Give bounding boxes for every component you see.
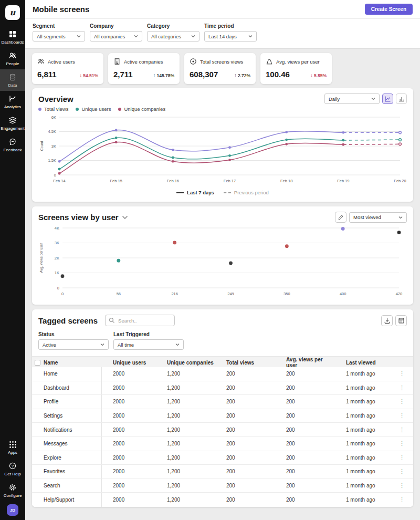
tagged-screens-title: Tagged screens bbox=[38, 316, 98, 325]
sidebar-item-label: Feedback bbox=[3, 148, 22, 152]
bar-chart-toggle[interactable] bbox=[396, 93, 407, 104]
cell-value: 200 bbox=[215, 413, 275, 419]
row-menu-button[interactable]: ⋮ bbox=[393, 413, 413, 419]
cell-value: 200 bbox=[275, 469, 335, 474]
delta-percent: 54.51% bbox=[83, 73, 98, 78]
edit-button[interactable] bbox=[335, 212, 346, 223]
sidebar-item-label: Analytics bbox=[4, 105, 21, 109]
svg-text:Feb 19: Feb 19 bbox=[337, 179, 349, 183]
cell-name: Home bbox=[44, 367, 102, 381]
row-menu-button[interactable]: ⋮ bbox=[393, 441, 413, 446]
views-icon bbox=[190, 58, 197, 65]
svg-text:420: 420 bbox=[396, 292, 403, 296]
sidebar-item-label: Apps bbox=[8, 450, 17, 455]
column-header-unique-users[interactable]: Unique users bbox=[102, 360, 156, 366]
sidebar-item-label: Get Help bbox=[4, 472, 21, 476]
select-value: Active bbox=[43, 342, 56, 348]
row-menu-button[interactable]: ⋮ bbox=[393, 371, 413, 377]
users-icon bbox=[37, 58, 45, 65]
sidebar-item-configure[interactable]: Configure bbox=[0, 480, 25, 501]
sidebar-item-label: Configure bbox=[4, 493, 22, 498]
filter-segment: Segment All segments bbox=[33, 23, 85, 41]
row-menu-button[interactable]: ⋮ bbox=[393, 483, 413, 488]
row-menu-button[interactable]: ⋮ bbox=[393, 399, 413, 404]
sidebar-item-label: People bbox=[6, 61, 19, 66]
user-avatar[interactable]: JD bbox=[7, 504, 18, 516]
chevron-down-icon[interactable] bbox=[122, 215, 128, 220]
sidebar-item-analytics[interactable]: Analytics bbox=[0, 91, 25, 112]
column-header-name[interactable]: Name bbox=[44, 360, 102, 366]
analytics-icon bbox=[8, 95, 17, 103]
sidebar-item-engagement[interactable]: Engagement bbox=[0, 112, 25, 134]
svg-text:2K: 2K bbox=[55, 256, 59, 261]
svg-text:6K: 6K bbox=[51, 115, 56, 120]
column-header-avg-views[interactable]: Avg. views per user bbox=[275, 357, 335, 368]
download-icon bbox=[384, 317, 391, 324]
table-row[interactable]: Favorites20001,2002002001 month ago⋮ bbox=[32, 465, 413, 479]
logo-letter: u bbox=[10, 8, 16, 17]
category-select[interactable]: All categories bbox=[147, 31, 200, 41]
columns-button[interactable] bbox=[395, 315, 407, 326]
download-button[interactable] bbox=[381, 315, 393, 326]
select-value: All categories bbox=[151, 34, 181, 39]
app-logo[interactable]: u bbox=[5, 5, 20, 20]
table-row[interactable]: Home20001,2002002001 month ago⋮ bbox=[32, 367, 413, 381]
row-menu-button[interactable]: ⋮ bbox=[393, 455, 413, 461]
chevron-down-icon bbox=[248, 35, 253, 38]
filter-company: Company All companies bbox=[90, 23, 142, 41]
sidebar-item-dashboards[interactable]: Dashboards bbox=[0, 26, 25, 48]
row-menu-button[interactable]: ⋮ bbox=[393, 427, 413, 433]
table-row[interactable]: Search20001,2002002001 month ago⋮ bbox=[32, 479, 413, 493]
data-icon bbox=[8, 73, 17, 81]
svg-text:1K: 1K bbox=[55, 271, 59, 275]
segment-select[interactable]: All segments bbox=[33, 31, 85, 41]
table-row[interactable]: Profile20001,2002002001 month ago⋮ bbox=[32, 395, 413, 409]
table-row[interactable]: Messages20001,2002002001 month ago⋮ bbox=[32, 437, 413, 451]
sidebar-item-get-help[interactable]: ? Get Help bbox=[0, 458, 25, 480]
main-area: Mobile screens Create Screen Segment All… bbox=[25, 0, 420, 520]
sidebar-item-apps[interactable]: Apps bbox=[0, 437, 25, 458]
sidebar: u Dashboards People bbox=[0, 0, 25, 520]
interval-select[interactable]: Daily bbox=[324, 93, 380, 104]
select-value: Most viewed bbox=[353, 214, 381, 220]
delta-arrow-icon: ↓ bbox=[310, 72, 313, 78]
column-header-last-viewed[interactable]: Last viewed bbox=[335, 360, 393, 366]
kpi-value: 2,711 bbox=[113, 70, 133, 79]
row-menu-button[interactable]: ⋮ bbox=[393, 497, 413, 503]
row-menu-button[interactable]: ⋮ bbox=[393, 385, 413, 391]
line-chart-toggle[interactable] bbox=[382, 93, 393, 104]
cell-value: 2000 bbox=[102, 469, 156, 474]
cell-value: 200 bbox=[275, 413, 335, 419]
sidebar-item-people[interactable]: People bbox=[0, 48, 25, 69]
cell-name: Favorites bbox=[44, 465, 102, 479]
legend-dot-icon bbox=[118, 108, 121, 111]
select-all-checkbox[interactable] bbox=[35, 360, 40, 366]
create-screen-button[interactable]: Create Screen bbox=[365, 4, 413, 15]
kpi-label: Active users bbox=[48, 59, 75, 65]
table-row[interactable]: Dashboard20001,2002002001 month ago⋮ bbox=[32, 381, 413, 396]
cell-value: 1,200 bbox=[156, 371, 215, 377]
sort-select[interactable]: Most viewed bbox=[349, 212, 407, 223]
company-select[interactable]: All companies bbox=[90, 31, 142, 41]
sidebar-item-feedback[interactable]: Feedback bbox=[0, 134, 25, 155]
svg-text:Feb 18: Feb 18 bbox=[280, 179, 292, 183]
table-row[interactable]: Help/Support20001,2002002001 month ago⋮ bbox=[32, 493, 413, 507]
last-triggered-select[interactable]: All time bbox=[113, 339, 184, 350]
cell-value: 1,200 bbox=[156, 455, 215, 461]
cell-value: 200 bbox=[215, 469, 275, 474]
table-row[interactable]: Explore20001,2002002001 month ago⋮ bbox=[32, 451, 413, 465]
cell-name: Explore bbox=[44, 451, 102, 465]
svg-text:0: 0 bbox=[54, 173, 56, 178]
status-select[interactable]: Active bbox=[38, 339, 109, 350]
time-period-select[interactable]: Last 14 days bbox=[204, 31, 257, 41]
column-header-unique-companies[interactable]: Unique companies bbox=[156, 360, 215, 366]
search-input[interactable] bbox=[105, 315, 175, 326]
screens-view-title: Screens view by user bbox=[38, 213, 119, 222]
column-header-total-views[interactable]: Total views bbox=[215, 360, 275, 366]
svg-text:4K: 4K bbox=[55, 226, 59, 231]
table-row[interactable]: Notifications20001,2002002001 month ago⋮ bbox=[32, 423, 413, 437]
svg-text:4.5K: 4.5K bbox=[48, 129, 56, 134]
row-menu-button[interactable]: ⋮ bbox=[393, 469, 413, 474]
sidebar-item-data[interactable]: Data bbox=[0, 69, 25, 91]
table-row[interactable]: Settings20001,2002002001 month ago⋮ bbox=[32, 409, 413, 423]
